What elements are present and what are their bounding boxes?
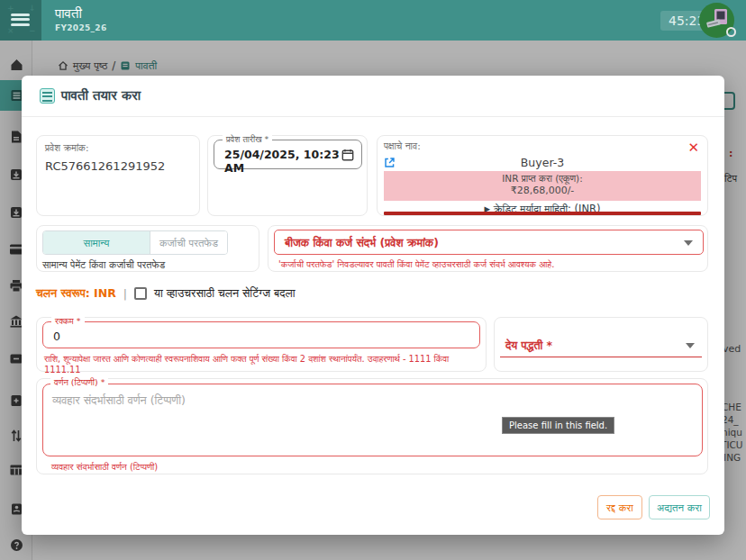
reference-helper: 'कर्जाची परतफेड' निवडल्यावर पावती किंवा … [278,259,554,270]
party-card: पक्षाचे नाव: ✕ Buyer-3 INR प्राप्त करा (… [377,135,708,216]
party-name-value: Buyer-3 [378,156,707,169]
reference-select-label: बीजक किंवा कर्ज संदर्भ (प्रवेश क्रमांक) [285,236,439,250]
entry-date-label: प्रवेश तारीख * [223,134,272,145]
receive-total-band: INR प्राप्त करा (एकूण): ₹28,68,000/- [384,171,701,201]
payment-method-select[interactable]: देय पद्धती * [500,323,702,357]
create-receipt-dialog: पावती तयार करा प्रवेश क्रमांक: RC5766126… [22,76,724,535]
separator: | [123,287,127,301]
payment-type-helper: सामान्य पेमेंट किंवा कर्जाची परतफेड [42,259,165,271]
payment-type-toggle: सामान्य कर्जाची परतफेड [42,230,228,255]
receipt-icon [40,88,55,104]
tab-general[interactable]: सामान्य [43,231,150,254]
amount-helper: राशि, शून्यापेक्षा जास्त आणि कोणत्याही स… [44,354,482,375]
payment-method-card: देय पद्धती * [494,317,708,372]
update-button[interactable]: अद्यतन करा [649,495,710,519]
credit-limit-bar [384,212,701,215]
chevron-down-icon [686,343,695,348]
cancel-button[interactable]: रद्द करा [597,495,642,519]
calc-arrow-mark: ↓ [29,4,36,13]
app-window: मुख्य पृष्ठ / पावती : टिप ved CHE 24_ ni… [0,0,746,560]
hamburger-menu-icon[interactable] [11,14,30,26]
entry-number-card: प्रवेश क्रमांक: RC57661261291952 [36,135,200,216]
fiscal-year-label: FY2025_26 [55,23,106,32]
reference-select[interactable]: बीजक किंवा कर्ज संदर्भ (प्रवेश क्रमांक) [274,230,704,255]
divider [22,116,724,117]
chevron-down-icon [684,240,693,246]
description-label: वर्णन (टिप्पणी) * [50,377,108,388]
close-icon[interactable]: ✕ [687,141,699,155]
amount-input[interactable]: रक्कम * 0 [42,321,480,348]
amount-label: रक्कम * [51,316,85,327]
status-ring-icon [726,27,736,37]
select-underline [500,357,702,358]
currency-format-label: चलन स्वरूप: INR [36,286,116,301]
currency-row: चलन स्वरूप: INR | या व्हाउचरसाठी चलन सेट… [36,286,296,301]
change-currency-checkbox[interactable] [134,287,147,300]
receive-total-amount: ₹28,68,000/- [384,185,701,196]
app-header: + ↓ × − पावती FY2025_26 45:23 [0,0,746,41]
calc-minus-mark: − [29,26,36,35]
app-logo: + ↓ × − [0,0,41,41]
calc-multiply-mark: × [7,26,14,35]
change-currency-label: या व्हाउचरसाठी चलन सेटिंग्ज बदला [154,286,295,301]
entry-number-value: RC57661261291952 [45,159,165,173]
payment-type-card: सामान्य कर्जाची परतफेड सामान्य पेमेंट कि… [36,225,259,272]
entry-number-label: प्रवेश क्रमांक: [45,142,89,154]
tab-loan-repayment[interactable]: कर्जाची परतफेड [150,231,227,254]
page-title: पावती [55,5,82,22]
validation-tooltip: Please fill in this field. [502,417,614,434]
amount-value: 0 [53,330,60,343]
party-name-label: पक्षाचे नाव: [384,140,421,152]
calc-plus-mark: + [7,4,14,13]
amount-card: रक्कम * 0 राशि, शून्यापेक्षा जास्त आणि क… [36,317,487,372]
reference-card: बीजक किंवा कर्ज संदर्भ (प्रवेश क्रमांक) … [268,225,708,272]
receive-total-label: INR प्राप्त करा (एकूण): [384,171,701,185]
description-helper: व्यवहार संदर्भासाठी वर्णन (टिप्पणी) [51,462,158,473]
entry-date-input[interactable]: प्रवेश तारीख * 25/04/2025, 10:23 AM [214,140,362,169]
calendar-icon[interactable] [341,149,354,161]
payment-method-label: देय पद्धती * [505,339,552,353]
entry-date-card: प्रवेश तारीख * 25/04/2025, 10:23 AM [207,135,368,216]
dialog-title: पावती तयार करा [61,87,141,104]
